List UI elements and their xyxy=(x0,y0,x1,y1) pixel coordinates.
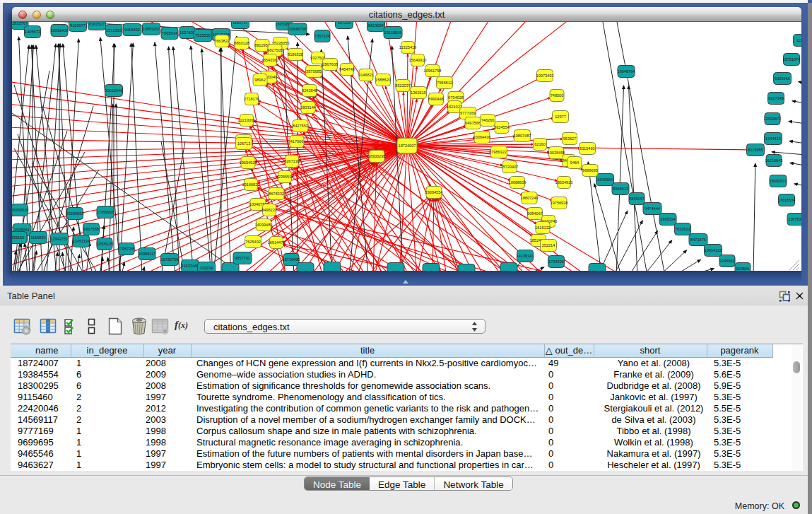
svg-text:15720407: 15720407 xyxy=(501,165,519,169)
svg-text:2935114: 2935114 xyxy=(660,217,675,221)
svg-text:16648764: 16648764 xyxy=(618,69,635,74)
svg-text:9777169: 9777169 xyxy=(460,111,476,115)
svg-text:8186328: 8186328 xyxy=(288,52,303,57)
svg-text:17957255: 17957255 xyxy=(118,247,136,251)
svg-text:15751074: 15751074 xyxy=(783,57,801,62)
svg-text:8813054: 8813054 xyxy=(368,23,384,28)
svg-text:10973493: 10973493 xyxy=(536,74,554,78)
svg-text:14136141: 14136141 xyxy=(517,254,534,258)
svg-text:8860128: 8860128 xyxy=(234,41,249,45)
svg-text:9699695: 9699695 xyxy=(582,168,598,173)
svg-text:9827505: 9827505 xyxy=(267,48,283,52)
svg-text:11451194: 11451194 xyxy=(73,239,90,243)
svg-text:9105677: 9105677 xyxy=(70,23,86,28)
svg-text:1733426: 1733426 xyxy=(548,259,564,264)
svg-text:20206553: 20206553 xyxy=(66,211,84,216)
svg-text:20364436: 20364436 xyxy=(473,135,491,139)
svg-text:7515526: 7515526 xyxy=(195,33,211,37)
svg-text:18724007: 18724007 xyxy=(399,144,416,148)
svg-text:20691406: 20691406 xyxy=(51,28,69,33)
svg-text:106713: 106713 xyxy=(237,141,251,146)
svg-text:7625402: 7625402 xyxy=(245,240,261,244)
svg-text:8958923: 8958923 xyxy=(613,187,628,191)
svg-text:6849197: 6849197 xyxy=(629,197,645,201)
svg-text:1244415: 1244415 xyxy=(765,136,781,141)
svg-text:16543362: 16543362 xyxy=(261,58,279,62)
svg-text:417006: 417006 xyxy=(290,139,304,144)
svg-text:10807487: 10807487 xyxy=(514,134,531,138)
svg-text:19654925: 19654925 xyxy=(240,160,257,165)
svg-text:3624554: 3624554 xyxy=(494,125,510,129)
svg-text:8100527: 8100527 xyxy=(89,22,105,26)
svg-text:11122: 11122 xyxy=(796,38,801,42)
svg-text:98962: 98962 xyxy=(254,78,266,82)
svg-text:11325419: 11325419 xyxy=(399,45,416,49)
svg-text:10688609: 10688609 xyxy=(509,180,526,185)
svg-text:1405572: 1405572 xyxy=(25,30,40,34)
svg-text:18300295: 18300295 xyxy=(368,154,386,158)
svg-text:19654923: 19654923 xyxy=(555,180,573,185)
svg-text:8322037: 8322037 xyxy=(395,83,411,88)
svg-text:1640954: 1640954 xyxy=(597,177,613,182)
svg-text:157226: 157226 xyxy=(338,22,351,25)
svg-text:748500: 748500 xyxy=(551,93,564,98)
svg-text:62160: 62160 xyxy=(534,142,546,146)
svg-text:16210643: 16210643 xyxy=(765,158,783,163)
svg-text:1588520: 1588520 xyxy=(375,78,391,82)
svg-text:29053346: 29053346 xyxy=(105,88,123,93)
svg-text:9115460: 9115460 xyxy=(579,146,594,151)
svg-text:12505135: 12505135 xyxy=(96,242,114,246)
svg-text:14099489: 14099489 xyxy=(255,223,273,227)
svg-text:7955812: 7955812 xyxy=(437,81,452,85)
svg-text:1813767: 1813767 xyxy=(12,22,28,25)
svg-text:1615132: 1615132 xyxy=(535,226,551,230)
svg-text:17359928: 17359928 xyxy=(97,210,114,214)
svg-text:12942757: 12942757 xyxy=(51,237,69,241)
svg-text:8678332: 8678332 xyxy=(269,192,284,196)
svg-text:953627: 953627 xyxy=(563,136,577,141)
svg-text:8267130: 8267130 xyxy=(284,159,300,163)
svg-text:1167534: 1167534 xyxy=(788,217,801,221)
svg-text:15692971: 15692971 xyxy=(770,179,787,183)
svg-text:6497568: 6497568 xyxy=(465,121,481,125)
svg-text:16782759: 16782759 xyxy=(161,257,179,262)
svg-text:10958117: 10958117 xyxy=(139,252,155,256)
svg-text:9474444: 9474444 xyxy=(645,206,660,211)
svg-text:17016504: 17016504 xyxy=(778,198,796,202)
svg-text:9245652: 9245652 xyxy=(719,259,735,263)
svg-text:7663822: 7663822 xyxy=(214,39,230,43)
svg-text:9227349: 9227349 xyxy=(768,96,784,100)
svg-text:18807249: 18807249 xyxy=(521,196,539,200)
svg-text:16914479: 16914479 xyxy=(268,240,286,245)
svg-text:7632621: 7632621 xyxy=(675,227,690,231)
svg-text:3875685: 3875685 xyxy=(306,69,322,74)
svg-text:9146821: 9146821 xyxy=(358,73,374,77)
svg-text:10646798: 10646798 xyxy=(289,27,307,31)
svg-text:10853267: 10853267 xyxy=(143,27,160,31)
svg-text:7905814: 7905814 xyxy=(162,31,177,35)
svg-text:1156829: 1156829 xyxy=(30,235,45,240)
svg-text:7986322: 7986322 xyxy=(491,150,507,154)
svg-text:7357224: 7357224 xyxy=(314,34,330,38)
svg-text:10961758: 10961758 xyxy=(424,69,442,73)
svg-text:924506: 924506 xyxy=(736,267,750,271)
svg-text:10025458: 10025458 xyxy=(548,151,565,155)
svg-text:2803144: 2803144 xyxy=(300,105,316,110)
svg-text:12093872: 12093872 xyxy=(764,117,782,121)
svg-text:26260520: 26260520 xyxy=(12,208,28,212)
svg-text:9242848: 9242848 xyxy=(302,88,317,93)
svg-text:10654112: 10654112 xyxy=(705,248,722,252)
svg-text:9415402: 9415402 xyxy=(124,28,140,32)
svg-text:11923446: 11923446 xyxy=(182,264,199,268)
svg-text:8215955: 8215955 xyxy=(748,148,763,152)
svg-text:1512303: 1512303 xyxy=(106,28,122,33)
svg-text:19384554: 19384554 xyxy=(425,190,443,194)
svg-text:12355594: 12355594 xyxy=(276,175,294,179)
svg-text:8454749: 8454749 xyxy=(339,67,355,71)
svg-text:19756928: 19756928 xyxy=(551,201,568,205)
svg-text:9464: 9464 xyxy=(570,160,579,165)
svg-text:1362615: 1362615 xyxy=(411,90,426,95)
svg-text:12977: 12977 xyxy=(555,115,566,119)
svg-text:1181737: 1181737 xyxy=(233,22,247,25)
svg-text:9857791: 9857791 xyxy=(235,256,250,260)
